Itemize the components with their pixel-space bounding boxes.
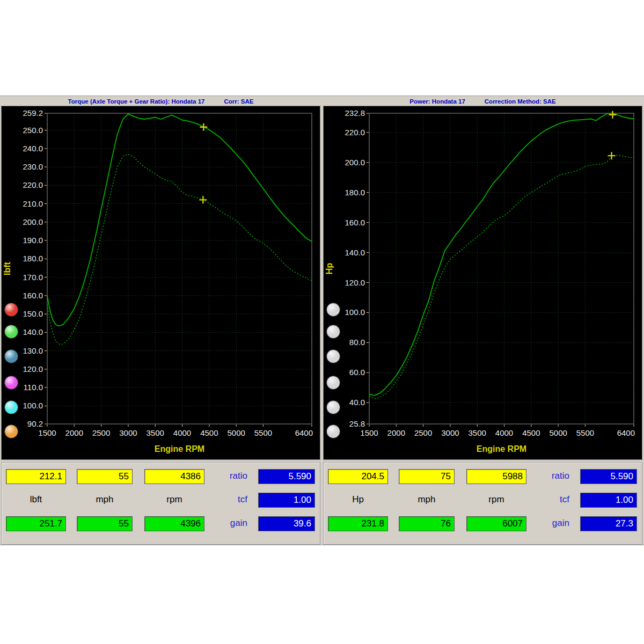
cursor-marker xyxy=(200,123,207,131)
run-color-dot[interactable] xyxy=(4,425,18,438)
ratio-value: 5.590 xyxy=(258,469,315,484)
run-color-dot[interactable] xyxy=(326,400,340,414)
x-tick-label: 1500 xyxy=(360,428,378,437)
cursor-marker xyxy=(608,152,616,159)
y-tick-label: 180.0 xyxy=(23,254,43,263)
x-tick-label: 5000 xyxy=(227,428,245,437)
run-color-dot[interactable] xyxy=(326,376,340,390)
x-tick-label: 3500 xyxy=(147,428,164,437)
run-color-dot[interactable] xyxy=(326,425,340,438)
torque-cursor-rpm: 4386 xyxy=(144,469,204,484)
tcf-label: tcf xyxy=(534,493,569,508)
y-tick-label: 160.0 xyxy=(345,218,365,227)
y-tick-label: 180.0 xyxy=(345,188,365,197)
y-tick-label: 250.0 xyxy=(23,126,43,135)
run-color-dot[interactable] xyxy=(326,349,340,363)
power-unit-label: Hp xyxy=(328,493,388,508)
torque-cursor-value: 212.1 xyxy=(6,469,66,484)
x-tick-label: 6400 xyxy=(295,428,313,437)
gain-label: gain xyxy=(212,516,247,531)
y-tick-label: 210.0 xyxy=(23,199,43,208)
power-cursor-value: 204.5 xyxy=(328,469,388,484)
x-tick-label: 2500 xyxy=(92,428,110,437)
y-tick-label: 140.0 xyxy=(23,327,43,336)
power-run-2 xyxy=(369,113,634,396)
x-tick-label: 3500 xyxy=(469,428,486,437)
torque-run-rpm: 4396 xyxy=(144,516,204,531)
y-tick-label: 190.0 xyxy=(23,236,43,245)
y-tick-label: 170.0 xyxy=(23,273,43,282)
gain-value: 39.6 xyxy=(258,516,315,531)
x-tick-label: 2000 xyxy=(65,428,83,437)
gain-value: 27.3 xyxy=(580,516,637,531)
y-tick-label: 259.2 xyxy=(23,108,43,118)
y-tick-label: 200.0 xyxy=(345,158,365,167)
torque-readout-panel: 212.1 55 4386 ratio 5.590 lbft mph rpm t… xyxy=(1,462,320,545)
power-readout-panel: 204.5 75 5988 ratio 5.590 Hp mph rpm tcf… xyxy=(323,462,642,545)
y-tick-label: 220.0 xyxy=(23,180,43,189)
ratio-label: ratio xyxy=(534,469,569,484)
run-color-dot[interactable] xyxy=(4,349,18,363)
torque-unit-label: lbft xyxy=(6,493,66,508)
tcf-label: tcf xyxy=(212,493,247,508)
y-axis-title: Hp xyxy=(325,263,334,275)
power-title: Power: Hondata 17 xyxy=(409,98,465,105)
y-tick-label: 200.0 xyxy=(23,217,43,226)
y-tick-label: 230.0 xyxy=(23,162,43,171)
y-tick-label: 160.0 xyxy=(23,291,43,300)
power-title-bar: Power: Hondata 17 Correction Method: SAE xyxy=(323,97,642,106)
x-axis-title: Engine RPM xyxy=(155,444,204,453)
x-tick-label: 4500 xyxy=(200,428,218,437)
y-tick-label: 100.0 xyxy=(345,308,365,317)
dyno-app-window: Torque (Axle Torque + Gear Ratio): Honda… xyxy=(0,96,644,545)
rpm-unit-label: rpm xyxy=(144,493,204,508)
y-tick-label: 140.0 xyxy=(345,248,365,257)
y-tick-label: 90.2 xyxy=(27,419,43,428)
x-tick-label: 1500 xyxy=(38,428,56,437)
x-tick-label: 3000 xyxy=(119,428,137,437)
power-panel: Power: Hondata 17 Correction Method: SAE… xyxy=(323,97,642,545)
run-color-dot[interactable] xyxy=(326,303,340,317)
y-tick-label: 110.0 xyxy=(24,383,43,392)
power-chart[interactable]: 232.8220.0200.0180.0160.0140.0120.0100.0… xyxy=(324,106,642,459)
y-tick-label: 25.8 xyxy=(349,419,365,428)
power-run-mph: 76 xyxy=(399,516,455,531)
torque-panel: Torque (Axle Torque + Gear Ratio): Honda… xyxy=(1,97,320,545)
gain-label: gain xyxy=(534,516,569,531)
torque-correction-label: Corr: SAE xyxy=(224,98,253,105)
torque-run-2 xyxy=(47,114,312,326)
run-color-dot[interactable] xyxy=(4,303,18,317)
y-tick-label: 80.0 xyxy=(349,338,365,347)
run-color-dot[interactable] xyxy=(4,376,18,390)
torque-run-1 xyxy=(47,154,312,345)
power-correction-label: Correction Method: SAE xyxy=(485,98,556,105)
y-tick-label: 120.0 xyxy=(345,278,365,287)
y-axis-title: lbft xyxy=(3,261,12,275)
x-tick-label: 5500 xyxy=(254,428,272,437)
y-tick-label: 40.0 xyxy=(349,398,365,407)
run-color-dot[interactable] xyxy=(4,325,18,339)
x-tick-label: 4500 xyxy=(522,428,540,437)
x-tick-label: 5500 xyxy=(576,428,594,437)
torque-chart-area[interactable]: 259.2250.0240.0230.0220.0210.0200.0190.0… xyxy=(1,106,320,460)
cursor-marker xyxy=(609,111,616,119)
torque-title-bar: Torque (Axle Torque + Gear Ratio): Honda… xyxy=(1,97,320,106)
ratio-label: ratio xyxy=(212,469,247,484)
torque-title: Torque (Axle Torque + Gear Ratio): Honda… xyxy=(68,98,205,105)
y-tick-label: 240.0 xyxy=(23,144,43,153)
y-tick-label: 120.0 xyxy=(23,364,43,374)
power-chart-area[interactable]: 232.8220.0200.0180.0160.0140.0120.0100.0… xyxy=(323,106,642,460)
run-color-dot[interactable] xyxy=(4,400,18,414)
x-tick-label: 4000 xyxy=(495,428,513,437)
x-axis-title: Engine RPM xyxy=(477,444,526,453)
torque-chart[interactable]: 259.2250.0240.0230.0220.0210.0200.0190.0… xyxy=(2,106,320,459)
y-tick-label: 220.0 xyxy=(345,128,365,137)
power-run-rpm: 6007 xyxy=(466,516,526,531)
x-tick-label: 6400 xyxy=(617,428,635,437)
y-tick-label: 150.0 xyxy=(23,309,43,318)
power-cursor-rpm: 5988 xyxy=(466,469,526,484)
x-tick-label: 2000 xyxy=(387,428,405,437)
power-run-value: 231.8 xyxy=(328,516,388,531)
power-cursor-mph: 75 xyxy=(399,469,455,484)
run-color-dot[interactable] xyxy=(326,325,340,339)
